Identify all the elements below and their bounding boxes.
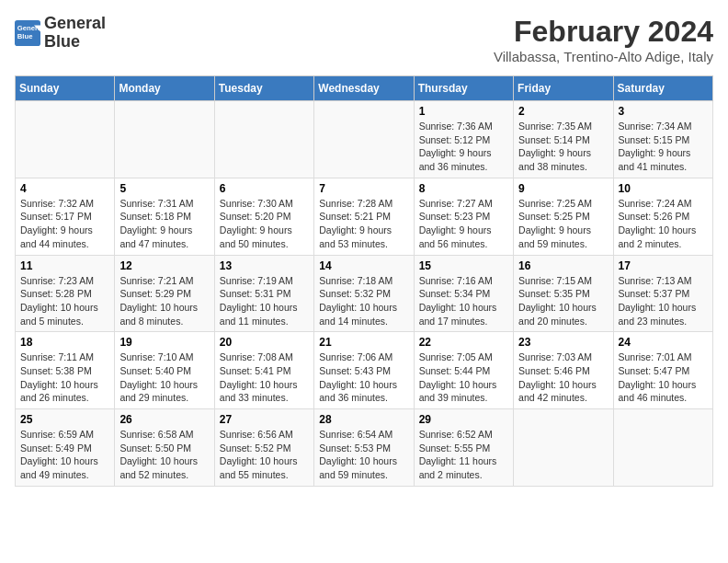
logo-text: General Blue bbox=[44, 15, 106, 52]
calendar-cell: 23Sunrise: 7:03 AM Sunset: 5:46 PM Dayli… bbox=[514, 332, 613, 409]
day-number: 25 bbox=[20, 413, 109, 426]
day-header-sunday: Sunday bbox=[16, 76, 115, 101]
day-header-thursday: Thursday bbox=[414, 76, 513, 101]
day-number: 20 bbox=[220, 336, 309, 349]
calendar-cell: 1Sunrise: 7:36 AM Sunset: 5:12 PM Daylig… bbox=[414, 101, 513, 178]
calendar-cell: 10Sunrise: 7:24 AM Sunset: 5:26 PM Dayli… bbox=[613, 178, 712, 255]
calendar-cell: 12Sunrise: 7:21 AM Sunset: 5:29 PM Dayli… bbox=[115, 255, 214, 332]
day-info: Sunrise: 7:16 AM Sunset: 5:34 PM Dayligh… bbox=[419, 274, 508, 328]
day-info: Sunrise: 7:06 AM Sunset: 5:43 PM Dayligh… bbox=[319, 350, 408, 405]
calendar-cell bbox=[613, 409, 712, 487]
day-header-tuesday: Tuesday bbox=[214, 76, 313, 101]
day-info: Sunrise: 7:23 AM Sunset: 5:28 PM Dayligh… bbox=[20, 274, 109, 328]
day-number: 15 bbox=[419, 259, 508, 272]
day-number: 14 bbox=[319, 259, 408, 272]
day-number: 27 bbox=[220, 413, 309, 426]
day-info: Sunrise: 7:34 AM Sunset: 5:15 PM Dayligh… bbox=[619, 120, 708, 174]
day-info: Sunrise: 7:27 AM Sunset: 5:23 PM Dayligh… bbox=[419, 197, 508, 251]
day-info: Sunrise: 7:13 AM Sunset: 5:37 PM Dayligh… bbox=[619, 274, 708, 328]
day-info: Sunrise: 7:35 AM Sunset: 5:14 PM Dayligh… bbox=[518, 120, 608, 174]
day-number: 19 bbox=[119, 336, 209, 349]
day-info: Sunrise: 7:01 AM Sunset: 5:47 PM Dayligh… bbox=[619, 350, 708, 405]
day-number: 6 bbox=[220, 182, 309, 195]
calendar-header-row: SundayMondayTuesdayWednesdayThursdayFrid… bbox=[16, 76, 713, 101]
calendar-cell: 3Sunrise: 7:34 AM Sunset: 5:15 PM Daylig… bbox=[613, 101, 712, 178]
day-info: Sunrise: 7:21 AM Sunset: 5:29 PM Dayligh… bbox=[119, 274, 209, 328]
day-number: 26 bbox=[119, 413, 209, 426]
logo-icon: General Blue bbox=[15, 20, 40, 46]
day-info: Sunrise: 7:19 AM Sunset: 5:31 PM Dayligh… bbox=[220, 274, 309, 328]
day-info: Sunrise: 7:25 AM Sunset: 5:25 PM Dayligh… bbox=[518, 197, 608, 251]
day-info: Sunrise: 6:56 AM Sunset: 5:52 PM Dayligh… bbox=[220, 428, 309, 482]
calendar-week-4: 18Sunrise: 7:11 AM Sunset: 5:38 PM Dayli… bbox=[16, 332, 713, 409]
day-info: Sunrise: 7:32 AM Sunset: 5:17 PM Dayligh… bbox=[20, 197, 109, 251]
day-header-friday: Friday bbox=[514, 76, 613, 101]
day-header-monday: Monday bbox=[115, 76, 214, 101]
calendar-cell: 20Sunrise: 7:08 AM Sunset: 5:41 PM Dayli… bbox=[214, 332, 313, 409]
calendar-cell: 7Sunrise: 7:28 AM Sunset: 5:21 PM Daylig… bbox=[314, 178, 414, 255]
calendar-cell: 5Sunrise: 7:31 AM Sunset: 5:18 PM Daylig… bbox=[115, 178, 214, 255]
day-number: 10 bbox=[619, 182, 708, 195]
main-title: February 2024 bbox=[494, 15, 713, 49]
calendar-cell: 22Sunrise: 7:05 AM Sunset: 5:44 PM Dayli… bbox=[414, 332, 513, 409]
day-info: Sunrise: 6:58 AM Sunset: 5:50 PM Dayligh… bbox=[119, 428, 209, 482]
day-number: 22 bbox=[419, 336, 508, 349]
page-header: General Blue General Blue February 2024 … bbox=[15, 15, 713, 64]
day-number: 24 bbox=[619, 336, 708, 349]
calendar-week-5: 25Sunrise: 6:59 AM Sunset: 5:49 PM Dayli… bbox=[16, 409, 713, 487]
calendar-body: 1Sunrise: 7:36 AM Sunset: 5:12 PM Daylig… bbox=[16, 101, 713, 487]
day-info: Sunrise: 7:08 AM Sunset: 5:41 PM Dayligh… bbox=[220, 350, 309, 405]
day-info: Sunrise: 6:54 AM Sunset: 5:53 PM Dayligh… bbox=[319, 428, 408, 482]
calendar-cell: 8Sunrise: 7:27 AM Sunset: 5:23 PM Daylig… bbox=[414, 178, 513, 255]
calendar-cell: 28Sunrise: 6:54 AM Sunset: 5:53 PM Dayli… bbox=[314, 409, 414, 487]
day-number: 9 bbox=[518, 182, 608, 195]
calendar-cell: 25Sunrise: 6:59 AM Sunset: 5:49 PM Dayli… bbox=[16, 409, 115, 487]
subtitle: Villabassa, Trentino-Alto Adige, Italy bbox=[494, 49, 713, 64]
calendar-cell: 13Sunrise: 7:19 AM Sunset: 5:31 PM Dayli… bbox=[214, 255, 313, 332]
day-number: 2 bbox=[518, 105, 608, 118]
day-number: 28 bbox=[319, 413, 408, 426]
calendar-cell: 18Sunrise: 7:11 AM Sunset: 5:38 PM Dayli… bbox=[16, 332, 115, 409]
day-number: 18 bbox=[20, 336, 109, 349]
calendar-cell: 24Sunrise: 7:01 AM Sunset: 5:47 PM Dayli… bbox=[613, 332, 712, 409]
day-number: 17 bbox=[619, 259, 708, 272]
calendar-cell: 26Sunrise: 6:58 AM Sunset: 5:50 PM Dayli… bbox=[115, 409, 214, 487]
day-number: 23 bbox=[518, 336, 608, 349]
calendar-week-2: 4Sunrise: 7:32 AM Sunset: 5:17 PM Daylig… bbox=[16, 178, 713, 255]
calendar-cell bbox=[214, 101, 313, 178]
title-section: February 2024 Villabassa, Trentino-Alto … bbox=[494, 15, 713, 64]
logo: General Blue General Blue bbox=[15, 15, 106, 52]
day-number: 3 bbox=[619, 105, 708, 118]
calendar-cell: 2Sunrise: 7:35 AM Sunset: 5:14 PM Daylig… bbox=[514, 101, 613, 178]
calendar-cell: 16Sunrise: 7:15 AM Sunset: 5:35 PM Dayli… bbox=[514, 255, 613, 332]
calendar-cell: 14Sunrise: 7:18 AM Sunset: 5:32 PM Dayli… bbox=[314, 255, 414, 332]
day-info: Sunrise: 7:11 AM Sunset: 5:38 PM Dayligh… bbox=[20, 350, 109, 405]
day-number: 21 bbox=[319, 336, 408, 349]
day-number: 16 bbox=[518, 259, 608, 272]
calendar-cell: 11Sunrise: 7:23 AM Sunset: 5:28 PM Dayli… bbox=[16, 255, 115, 332]
calendar-cell: 9Sunrise: 7:25 AM Sunset: 5:25 PM Daylig… bbox=[514, 178, 613, 255]
day-header-saturday: Saturday bbox=[613, 76, 712, 101]
day-number: 11 bbox=[20, 259, 109, 272]
day-info: Sunrise: 7:30 AM Sunset: 5:20 PM Dayligh… bbox=[220, 197, 309, 251]
day-info: Sunrise: 7:18 AM Sunset: 5:32 PM Dayligh… bbox=[319, 274, 408, 328]
day-info: Sunrise: 7:15 AM Sunset: 5:35 PM Dayligh… bbox=[518, 274, 608, 328]
day-info: Sunrise: 7:31 AM Sunset: 5:18 PM Dayligh… bbox=[119, 197, 209, 251]
calendar-week-1: 1Sunrise: 7:36 AM Sunset: 5:12 PM Daylig… bbox=[16, 101, 713, 178]
calendar-cell: 17Sunrise: 7:13 AM Sunset: 5:37 PM Dayli… bbox=[613, 255, 712, 332]
day-number: 5 bbox=[119, 182, 209, 195]
calendar-cell: 27Sunrise: 6:56 AM Sunset: 5:52 PM Dayli… bbox=[214, 409, 313, 487]
day-number: 8 bbox=[419, 182, 508, 195]
svg-text:General: General bbox=[17, 24, 40, 32]
day-info: Sunrise: 7:24 AM Sunset: 5:26 PM Dayligh… bbox=[619, 197, 708, 251]
day-info: Sunrise: 7:03 AM Sunset: 5:46 PM Dayligh… bbox=[518, 350, 608, 405]
day-number: 4 bbox=[20, 182, 109, 195]
calendar-week-3: 11Sunrise: 7:23 AM Sunset: 5:28 PM Dayli… bbox=[16, 255, 713, 332]
day-number: 7 bbox=[319, 182, 408, 195]
day-info: Sunrise: 7:36 AM Sunset: 5:12 PM Dayligh… bbox=[419, 120, 508, 174]
day-number: 12 bbox=[119, 259, 209, 272]
calendar-cell bbox=[115, 101, 214, 178]
day-header-wednesday: Wednesday bbox=[314, 76, 414, 101]
calendar-cell bbox=[314, 101, 414, 178]
calendar-table: SundayMondayTuesdayWednesdayThursdayFrid… bbox=[15, 75, 713, 487]
